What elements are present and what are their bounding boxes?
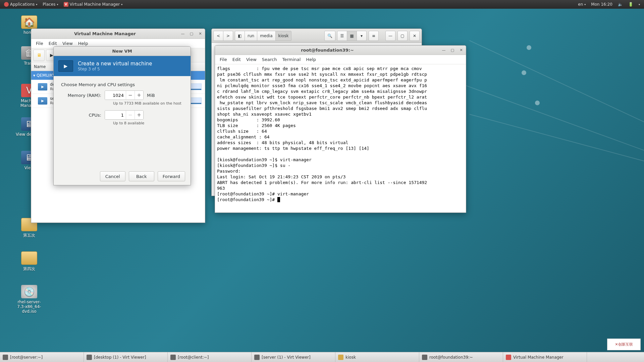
- menu-help[interactable]: Help: [303, 57, 319, 62]
- section-label: Choose Memory and CPU settings: [61, 82, 183, 87]
- system-menu[interactable]: ▾: [636, 3, 643, 6]
- vm-state-icon: ▶: [38, 83, 47, 90]
- ram-label: Memory (RAM):: [61, 93, 101, 98]
- ram-spinner[interactable]: − +: [105, 90, 144, 100]
- path-segment[interactable]: run: [245, 31, 257, 41]
- new-vm-dialog: New VM Create a new virtual machine Step…: [53, 46, 191, 185]
- path-disk-icon[interactable]: ◧: [235, 31, 245, 41]
- taskbar-item[interactable]: [root@client:~]: [168, 352, 252, 362]
- terminal-output[interactable]: flags : fpu vme de pse tsc msr pae mce c…: [215, 64, 466, 204]
- wizard-step: Step 3 of 5: [78, 67, 152, 71]
- menubar: File Edit View Search Terminal Help: [215, 55, 466, 64]
- menu-view[interactable]: View: [60, 41, 75, 46]
- taskbar-item[interactable]: Virtual Machine Manager: [503, 352, 587, 362]
- taskbar-item[interactable]: kiosk: [335, 352, 419, 362]
- search-button[interactable]: 🔍: [324, 31, 335, 41]
- view-list-button[interactable]: ☰: [337, 31, 347, 41]
- top-panel: Applications▾ Places▾ VVirtual Machine M…: [0, 0, 644, 9]
- path-segment[interactable]: media: [257, 31, 275, 41]
- ram-increment[interactable]: +: [135, 91, 143, 100]
- window-title: root@foundation39:~: [215, 48, 440, 53]
- cpu-hint: Up to 8 available: [113, 121, 183, 125]
- places-menu[interactable]: Places▾: [40, 2, 61, 7]
- wizard-banner: Create a new virtual machine Step 3 of 5: [54, 56, 191, 76]
- battery-icon[interactable]: 🔋: [626, 2, 636, 7]
- new-vm-button[interactable]: 🖥: [33, 50, 45, 61]
- clock[interactable]: Mon 16:20: [588, 2, 615, 7]
- viewer-icon: [87, 355, 92, 360]
- ram-hint: Up to 7733 MiB available on the host: [113, 101, 183, 106]
- taskbar-item[interactable]: [root@server:~]: [0, 352, 84, 362]
- cpu-input[interactable]: [105, 111, 126, 119]
- watermark: ✕ 创新互联: [607, 339, 641, 350]
- bottom-taskbar: [root@server:~] [desktop (1) - Virt View…: [0, 352, 644, 362]
- expand-icon: ▾: [33, 73, 35, 78]
- menu-edit[interactable]: Edit: [46, 41, 60, 46]
- dialog-title: New VM: [54, 49, 191, 54]
- window-title: Virtual Machine Manager: [31, 31, 179, 36]
- menu-search[interactable]: Search: [259, 57, 280, 62]
- keyboard-lang[interactable]: en▾: [575, 2, 588, 7]
- folder-icon: [338, 355, 343, 360]
- volume-icon[interactable]: 🔈: [615, 2, 626, 7]
- terminal-icon: [422, 355, 427, 360]
- view-menu-button[interactable]: ▾: [357, 31, 367, 41]
- ram-input[interactable]: [105, 91, 126, 100]
- terminal-icon: [3, 355, 8, 360]
- menu-file[interactable]: File: [33, 41, 46, 46]
- terminal-window: root@foundation39:~ — ▢ ✕ File Edit View…: [215, 45, 466, 213]
- close-button[interactable]: ✕: [410, 31, 420, 41]
- close-button[interactable]: ✕: [196, 30, 204, 38]
- desktop-iso-file[interactable]: 💿rhel-server-7.3-x86_64-dvd.iso: [14, 285, 44, 314]
- maximize-button[interactable]: ▢: [187, 30, 196, 38]
- close-button[interactable]: ✕: [457, 46, 465, 54]
- menu-terminal[interactable]: Terminal: [279, 57, 303, 62]
- menu-view[interactable]: View: [244, 57, 259, 62]
- menu-edit[interactable]: Edit: [230, 57, 244, 62]
- menu-file[interactable]: File: [217, 57, 230, 62]
- taskbar-item[interactable]: root@foundation39:~: [419, 352, 503, 362]
- minimize-button[interactable]: —: [385, 31, 395, 41]
- vm-wizard-icon: [58, 60, 73, 72]
- viewer-icon: [254, 355, 260, 360]
- minimize-button[interactable]: —: [179, 30, 187, 38]
- nav-back-button[interactable]: <: [213, 31, 223, 41]
- path-segment-current[interactable]: kiosk: [275, 31, 292, 41]
- taskbar-item[interactable]: [server (1) - Virt Viewer]: [252, 352, 335, 362]
- desktop-folder-2[interactable]: 第四次: [14, 251, 44, 272]
- ram-decrement[interactable]: −: [126, 91, 135, 100]
- terminal-icon: [170, 355, 176, 360]
- menu-help[interactable]: Help: [75, 41, 91, 46]
- ram-unit: MiB: [147, 93, 155, 98]
- cpu-spinner[interactable]: − +: [105, 110, 144, 120]
- cancel-button[interactable]: Cancel: [100, 171, 125, 181]
- vmm-icon: [506, 355, 511, 360]
- view-grid-button[interactable]: ▦: [347, 31, 357, 41]
- forward-button[interactable]: Forward: [158, 171, 185, 181]
- cpu-decrement[interactable]: −: [126, 111, 135, 119]
- taskbar-item[interactable]: [desktop (1) - Virt Viewer]: [84, 352, 168, 362]
- back-button[interactable]: Back: [129, 171, 154, 181]
- maximize-button[interactable]: ▢: [397, 31, 408, 41]
- minimize-button[interactable]: —: [440, 46, 448, 54]
- wizard-heading: Create a new virtual machine: [78, 61, 152, 67]
- maximize-button[interactable]: ▢: [448, 46, 457, 54]
- applications-menu[interactable]: Applications▾: [1, 2, 40, 7]
- hamburger-menu[interactable]: ≡: [369, 31, 379, 41]
- cpu-increment[interactable]: +: [135, 111, 143, 119]
- cpu-label: CPUs:: [61, 113, 101, 118]
- active-app-menu[interactable]: VVirtual Machine Manager▾: [61, 2, 125, 7]
- vm-state-icon: ▶: [38, 97, 47, 105]
- nav-forward-button[interactable]: >: [223, 31, 233, 41]
